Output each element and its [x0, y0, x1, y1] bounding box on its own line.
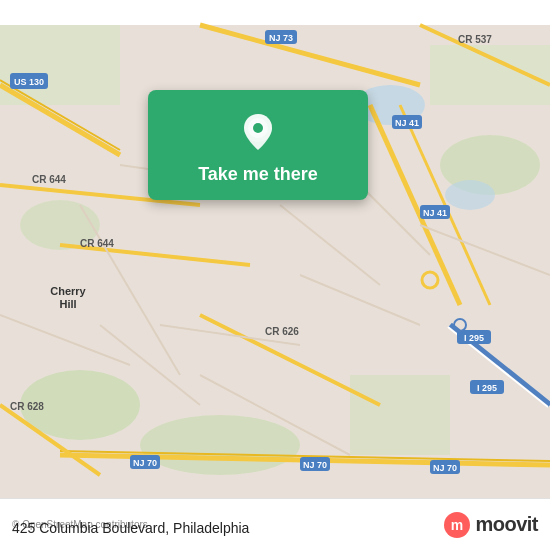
- svg-text:CR 537: CR 537: [458, 34, 492, 45]
- svg-text:CR 644: CR 644: [80, 238, 114, 249]
- svg-text:NJ 41: NJ 41: [395, 118, 419, 128]
- svg-text:m: m: [451, 517, 463, 533]
- location-card[interactable]: Take me there: [148, 90, 368, 200]
- svg-text:CR 628: CR 628: [10, 401, 44, 412]
- moovit-text: moovit: [475, 513, 538, 536]
- bottom-bar: © OpenStreetMap contributors 425 Columbi…: [0, 498, 550, 550]
- location-pin-icon: [236, 110, 280, 154]
- svg-text:I 295: I 295: [477, 383, 497, 393]
- take-me-there-button[interactable]: Take me there: [198, 164, 318, 185]
- svg-text:NJ 70: NJ 70: [303, 460, 327, 470]
- address-text: 425 Columbia Boulevard, Philadelphia: [12, 520, 249, 536]
- svg-point-9: [445, 180, 495, 210]
- svg-text:US 130: US 130: [14, 77, 44, 87]
- svg-text:CR 626: CR 626: [265, 326, 299, 337]
- svg-text:Cherry: Cherry: [50, 285, 86, 297]
- svg-text:NJ 70: NJ 70: [433, 463, 457, 473]
- map-background: US 130 NJ 73 CR 644 CR 644 NJ 41 NJ 41 C…: [0, 0, 550, 550]
- svg-text:NJ 41: NJ 41: [423, 208, 447, 218]
- svg-text:NJ 70: NJ 70: [133, 458, 157, 468]
- svg-point-64: [253, 123, 263, 133]
- svg-rect-7: [350, 375, 450, 455]
- svg-text:Hill: Hill: [59, 298, 76, 310]
- svg-point-2: [140, 415, 300, 475]
- moovit-logo-icon: m: [443, 511, 471, 539]
- map-container: US 130 NJ 73 CR 644 CR 644 NJ 41 NJ 41 C…: [0, 0, 550, 550]
- svg-text:I 295: I 295: [464, 333, 484, 343]
- moovit-logo: m moovit: [443, 511, 538, 539]
- svg-text:NJ 73: NJ 73: [269, 33, 293, 43]
- svg-text:CR 644: CR 644: [32, 174, 66, 185]
